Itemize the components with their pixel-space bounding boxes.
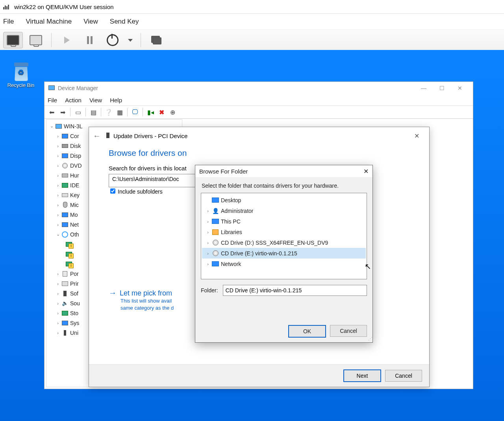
folder-icon — [211, 250, 219, 257]
details-button[interactable] — [26, 32, 46, 48]
scan-hardware-icon[interactable]: ⊕ — [168, 107, 177, 117]
vmm-menu-file[interactable]: File — [3, 18, 14, 26]
update-driver-icon[interactable]: 🖵 — [130, 107, 140, 117]
device-icon — [106, 133, 109, 139]
device-category-icon — [61, 310, 69, 316]
run-button[interactable] — [57, 32, 77, 48]
folder-icon — [211, 207, 219, 214]
help-icon[interactable]: ❔ — [104, 107, 113, 117]
bff-cancel-button[interactable]: Cancel — [330, 325, 367, 337]
devmgr-menubar: File Action View Help — [44, 94, 473, 105]
device-category-icon — [61, 271, 69, 277]
ok-button[interactable]: OK — [288, 325, 326, 338]
vmm-menu-virtual-machine[interactable]: Virtual Machine — [26, 18, 72, 26]
devmgr-title-text: Device Manager — [58, 85, 98, 91]
next-button[interactable]: Next — [343, 369, 381, 382]
devmgr-menu-view[interactable]: View — [89, 97, 102, 103]
devmgr-menu-file[interactable]: File — [48, 97, 57, 103]
folder-tree-item[interactable]: Desktop — [202, 195, 366, 205]
play-icon — [64, 37, 70, 44]
console-button[interactable] — [3, 32, 23, 48]
arrow-right-icon: → — [109, 288, 117, 297]
device-category-icon — [61, 133, 69, 139]
folder-icon — [211, 239, 219, 246]
vmm-menu-view[interactable]: View — [83, 18, 98, 26]
device-category-icon — [61, 281, 69, 287]
wizard-title: Update Drivers - PCI Device — [113, 133, 187, 139]
other-devices-icon — [61, 231, 69, 238]
pci-warn-icon — [65, 251, 72, 257]
device-category-icon — [61, 300, 69, 307]
pause-button[interactable] — [80, 32, 100, 48]
shutdown-button[interactable] — [103, 32, 122, 48]
bin-icon: ♻ — [12, 62, 30, 81]
monitor-icon — [7, 35, 19, 45]
device-category-icon — [61, 290, 69, 297]
device-category-icon — [61, 182, 69, 188]
folder-icon — [211, 260, 219, 268]
folder-tree-item[interactable]: ›This PC — [202, 216, 366, 227]
back-icon[interactable]: ⬅ — [47, 107, 56, 117]
bff-close-button[interactable]: ✕ — [363, 168, 369, 175]
shutdown-menu-button[interactable] — [126, 32, 135, 48]
fullscreen-button[interactable] — [146, 32, 166, 48]
browse-for-folder-dialog: Browse For Folder ✕ Select the folder th… — [195, 165, 373, 343]
folder-tree[interactable]: Desktop›Administrator›This PC›Libraries›… — [201, 193, 367, 279]
wizard-header: ← Update Drivers - PCI Device ✕ — [89, 127, 429, 144]
device-category-icon — [61, 153, 69, 159]
device-category-icon — [61, 143, 69, 149]
fullscreen-icon — [151, 36, 161, 44]
pause-icon — [87, 36, 93, 44]
devmgr-menu-help[interactable]: Help — [110, 97, 122, 103]
vmm-menu-send-key[interactable]: Send Key — [110, 18, 139, 26]
wizard-close-button[interactable]: ✕ — [408, 132, 425, 140]
folder-tree-item[interactable]: ›CD Drive (E:) virtio-win-0.1.215 — [202, 248, 366, 259]
cancel-button[interactable]: Cancel — [385, 370, 422, 382]
recycle-bin-icon[interactable]: ♻ Recycle Bin — [6, 62, 36, 88]
minimize-button[interactable]: — — [415, 82, 433, 94]
toolbar-separator — [51, 33, 52, 47]
bff-title: Browse For Folder — [199, 168, 248, 175]
device-category-icon — [61, 172, 69, 179]
resize-grip[interactable]: ⋰ — [368, 336, 372, 342]
uninstall-icon[interactable]: ✖ — [157, 107, 166, 117]
device-category-icon — [61, 192, 69, 198]
device-category-icon — [61, 330, 69, 336]
vmm-titlebar: win2k22 on QEMU/KVM User session — [0, 0, 504, 14]
devmgr-menu-action[interactable]: Action — [65, 97, 82, 103]
device-category-icon — [61, 162, 69, 169]
devmgr-toolbar: ⬅ ➡ ▭ ▤ ❔ ▦ 🖵 ▮◂ ✖ ⊕ — [44, 105, 473, 119]
guest-desktop[interactable]: ♻ Recycle Bin Device Manager — ☐ ✕ File … — [0, 50, 504, 421]
device-category-icon — [61, 202, 69, 208]
folder-tree-item[interactable]: ›Administrator — [202, 205, 366, 216]
wizard-back-button[interactable]: ← — [93, 131, 101, 140]
bff-titlebar[interactable]: Browse For Folder ✕ — [195, 165, 372, 177]
maximize-button[interactable]: ☐ — [433, 82, 451, 94]
wizard-heading: Browse for drivers on — [89, 144, 429, 162]
vmm-toolbar — [0, 30, 504, 51]
folder-icon — [211, 229, 219, 236]
folder-input[interactable] — [223, 285, 367, 296]
computer-icon — [55, 123, 62, 129]
monitor-off-icon — [30, 35, 42, 45]
properties-icon[interactable]: ▤ — [89, 107, 98, 117]
scan-icon[interactable]: ▦ — [115, 107, 124, 117]
pci-warn-icon — [65, 261, 72, 267]
folder-icon — [211, 197, 219, 204]
devmgr-titlebar[interactable]: Device Manager — ☐ ✕ — [44, 82, 473, 94]
folder-tree-item[interactable]: ›Libraries — [202, 227, 366, 237]
forward-icon[interactable]: ➡ — [58, 107, 67, 117]
folder-label: Folder: — [201, 287, 218, 294]
power-icon — [107, 34, 119, 46]
vmm-menubar: File Virtual Machine View Send Key — [0, 14, 504, 30]
enable-icon[interactable]: ▮◂ — [146, 107, 155, 117]
close-button[interactable]: ✕ — [451, 82, 469, 94]
pci-warn-icon — [65, 241, 72, 247]
include-subfolders-checkbox[interactable]: Include subfolders — [109, 188, 163, 195]
toolbar-separator — [141, 33, 141, 47]
bff-instruction: Select the folder that contains drivers … — [195, 177, 372, 193]
folder-tree-item[interactable]: ›CD Drive (D:) SSS_X64FREE_EN-US_DV9 — [202, 237, 366, 248]
show-hidden-icon[interactable]: ▭ — [73, 107, 83, 117]
vmm-title-text: win2k22 on QEMU/KVM User session — [14, 4, 114, 10]
folder-tree-item[interactable]: ›Network — [202, 259, 366, 269]
